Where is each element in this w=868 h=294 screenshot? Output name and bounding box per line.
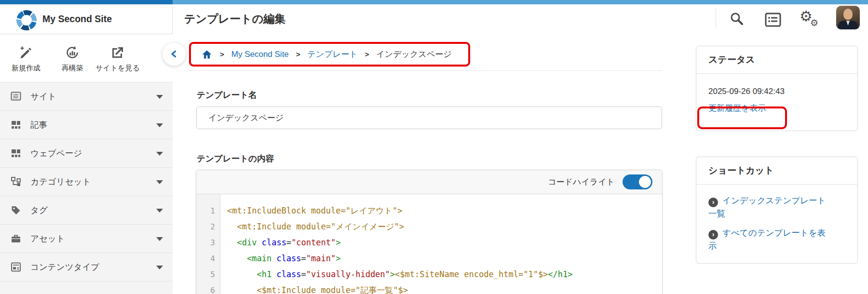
avatar[interactable] [836, 6, 860, 29]
code-lines: <mt:IncludeBlock module="レイアウト"> <mt:Inc… [220, 194, 662, 294]
blocks-icon [11, 148, 21, 159]
briefcase-icon [11, 233, 21, 244]
shortcuts-panel-body: ›インデックステンプレート一覧›すべてのテンプレートを表示 [696, 185, 857, 253]
sidebar-item-label: サイト [30, 82, 56, 110]
shortcut-link-label: すべてのテンプレートを表示 [708, 228, 826, 251]
sidebar-item-category-sets[interactable]: カテゴリセット [0, 168, 173, 196]
breadcrumb-separator: > [220, 50, 224, 58]
template-name-input[interactable] [196, 107, 662, 129]
breadcrumb-link[interactable]: テンプレート [308, 49, 358, 60]
code-line: <div class="content"> [227, 235, 662, 251]
shortcut-link-1[interactable]: ›すべてのテンプレートを表示 [708, 227, 830, 253]
history-link[interactable]: 更新履歴を表示 [708, 103, 766, 114]
breadcrumb-link[interactable]: My Second Site [231, 50, 289, 59]
shortcuts-panel-title: ショートカット [696, 157, 857, 185]
sidebar-item-site[interactable]: サイト [0, 82, 173, 111]
sidebar-item-label: コンテンツタイプ [30, 253, 99, 281]
status-panel-title: ステータス [696, 46, 857, 74]
breadcrumb-separator: > [365, 50, 369, 58]
action-rebuild[interactable]: 再構築 [53, 45, 92, 73]
shortcuts-panel: ショートカット ›インデックステンプレート一覧›すべてのテンプレートを表示 [696, 157, 858, 264]
template-body-label: テンプレートの内容 [197, 153, 274, 164]
sidebar-item-assets[interactable]: アセット [0, 225, 173, 253]
list-menu-icon[interactable] [765, 13, 781, 27]
line-number: 4 [196, 251, 220, 267]
sidebar-item-entries[interactable]: 記事 [0, 111, 173, 139]
shortcut-link-label: インデックステンプレート一覧 [708, 196, 826, 218]
line-number: 3 [196, 235, 220, 251]
gear-small-glyph: ⚙ [810, 17, 818, 28]
mt-logo[interactable] [16, 10, 37, 30]
tree-icon [11, 176, 21, 187]
gears-icon[interactable]: ⚙ ⚙ [800, 8, 823, 30]
breadcrumb-separator: > [296, 50, 300, 58]
status-panel-body: 2025-09-26 09:42:43 更新履歴を表示 [696, 74, 857, 114]
top-accent-bar-light [173, 0, 868, 4]
sidebar-collapse-button[interactable] [162, 42, 186, 66]
site-name[interactable]: My Second Site [42, 13, 112, 25]
sidebar-item-label: ウェブページ [30, 139, 82, 167]
content-type-icon [11, 262, 21, 272]
external-link-icon [93, 45, 142, 61]
sidebar-item-content-types[interactable]: コンテンツタイプ [0, 253, 173, 281]
pencil-plus-icon [7, 45, 45, 61]
circle-arrow-icon: › [708, 198, 718, 207]
action-view-site[interactable]: サイトを見る [93, 45, 142, 73]
chevron-down-icon [156, 95, 163, 99]
code-line: <$mt:Include module="記事一覧"$> [227, 282, 662, 294]
code-editor[interactable]: 123456 <mt:IncludeBlock module="レイアウト"> … [196, 194, 662, 294]
chevron-left-icon [169, 49, 179, 59]
shortcut-link-0[interactable]: ›インデックステンプレート一覧 [708, 194, 830, 220]
tag-icon [11, 205, 21, 215]
header-divider [716, 8, 716, 29]
chevron-down-icon [156, 266, 163, 269]
chevron-down-icon [156, 123, 163, 127]
search-icon[interactable] [729, 11, 745, 27]
code-line: <mt:Include module="メインイメージ"> [227, 219, 662, 235]
action-label: サイトを見る [93, 64, 142, 73]
sidebar-item-label: 記事 [30, 111, 47, 139]
editor-toolbar: コードハイライト [196, 170, 662, 194]
avatar-head [843, 9, 853, 20]
section-divider [189, 70, 663, 71]
line-number: 2 [196, 219, 220, 235]
code-line: <mt:IncludeBlock module="レイアウト"> [227, 203, 662, 219]
line-number-gutter: 123456 [196, 194, 220, 294]
action-label: 再構築 [53, 64, 92, 73]
template-name-label: テンプレート名 [197, 89, 257, 101]
sidebar-item-label: タグ [30, 196, 48, 224]
code-highlight-toggle[interactable] [623, 174, 652, 189]
home-icon[interactable] [201, 49, 213, 60]
code-line: <main class="main"> [227, 251, 662, 267]
chevron-down-icon [156, 209, 163, 213]
page-title: テンプレートの編集 [184, 12, 285, 27]
action-label: 新規作成 [7, 64, 45, 73]
chevron-down-icon [156, 180, 163, 184]
line-number: 1 [196, 203, 220, 219]
site-icon [11, 91, 21, 102]
sidebar-item-tags[interactable]: タグ [0, 196, 173, 225]
circle-arrow-icon: › [708, 230, 718, 240]
status-updated-at: 2025-09-26 09:42:43 [708, 86, 845, 97]
sidebar-actions: 新規作成再構築サイトを見る [0, 34, 173, 82]
chevron-down-icon [156, 152, 163, 156]
line-number: 5 [196, 267, 220, 282]
sidebar-nav: サイト記事ウェブページカテゴリセットタグアセットコンテンツタイプ [0, 82, 173, 294]
movable-type-admin: My Second Site テンプレートの編集 ⚙ ⚙ 新規作成再構築サイトを… [0, 0, 868, 294]
chevron-down-icon [156, 237, 163, 241]
sidebar-item-label: カテゴリセット [30, 168, 91, 196]
top-accent-bar-dark [0, 0, 173, 4]
code-line: <h1 class="visually-hidden"><$mt:SiteNam… [227, 267, 662, 282]
template-editor-panel: コードハイライト 123456 <mt:IncludeBlock module=… [196, 170, 663, 294]
blocks-icon [11, 120, 21, 130]
breadcrumb-current: インデックスページ [376, 49, 451, 60]
line-number: 6 [196, 282, 220, 294]
toggle-knob [639, 176, 651, 188]
rebuild-icon [53, 45, 92, 61]
code-highlight-label: コードハイライト [548, 176, 615, 187]
sidebar-item-webpages[interactable]: ウェブページ [0, 139, 173, 168]
status-panel: ステータス 2025-09-26 09:42:43 更新履歴を表示 [696, 46, 858, 131]
breadcrumb-highlight: >My Second Site>テンプレート>インデックスページ [189, 42, 470, 67]
sidebar-item-label: アセット [30, 225, 65, 253]
action-create[interactable]: 新規作成 [7, 45, 45, 73]
